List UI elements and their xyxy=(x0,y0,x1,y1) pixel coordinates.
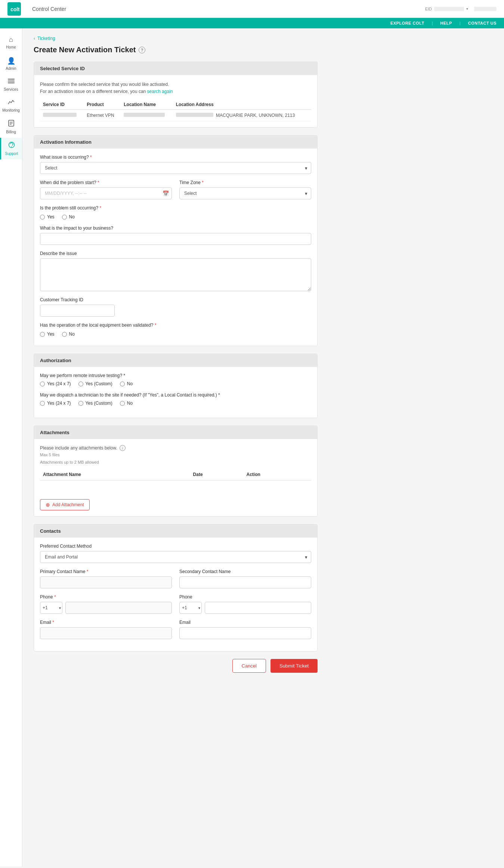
search-again-link[interactable]: search again xyxy=(147,89,173,94)
activation-info-header: Activation Information xyxy=(34,136,317,149)
calendar-icon[interactable]: 📅 xyxy=(163,190,169,196)
validated-yes-radio[interactable] xyxy=(40,332,45,337)
still-occurring-yes-radio[interactable] xyxy=(40,215,45,220)
still-occurring-no-radio[interactable] xyxy=(62,215,67,220)
eid-dropdown-icon[interactable]: ▾ xyxy=(466,7,468,11)
dispatch-group: May we dispatch a technician to the site… xyxy=(40,392,311,406)
validated-radio-group: Yes No xyxy=(40,332,311,337)
submit-button[interactable]: Submit Ticket xyxy=(270,659,318,673)
sidebar-label-admin: Admin xyxy=(6,66,16,71)
eid-label: EID xyxy=(425,7,432,11)
sidebar-item-billing[interactable]: Billing xyxy=(0,116,22,138)
timezone-select[interactable]: Select xyxy=(179,187,311,199)
product-cell: Ethernet VPN xyxy=(84,110,121,121)
dispatch-no-radio[interactable] xyxy=(120,401,125,406)
sidebar-item-support[interactable]: Support xyxy=(0,138,22,159)
impact-label: What is the impact to your business? xyxy=(40,225,311,231)
contact-us-link[interactable]: CONTACT US xyxy=(468,21,497,25)
sidebar-item-home[interactable]: ⌂ Home xyxy=(0,32,22,53)
sidebar-item-monitoring[interactable]: Monitoring xyxy=(0,95,22,116)
primary-phone-group: Phone * +1 xyxy=(40,594,172,614)
breadcrumb[interactable]: ‹ Ticketing xyxy=(34,36,318,41)
secondary-phone-input[interactable] xyxy=(205,602,311,614)
remote-yes247-radio[interactable] xyxy=(40,382,45,386)
primary-phone-code-select[interactable]: +1 xyxy=(40,602,62,614)
describe-group: Describe the issue xyxy=(40,251,311,291)
help-icon[interactable]: ? xyxy=(139,47,145,53)
issue-label: What issue is occurring? * xyxy=(40,155,311,160)
still-occurring-label: Is the problem still occurring? * xyxy=(40,205,311,211)
attach-max-files: Max 5 files xyxy=(40,452,311,457)
secondary-phone-code-select[interactable]: +1 xyxy=(179,602,202,614)
timezone-group: Time Zone * Select xyxy=(179,180,311,199)
secondary-name-label: Secondary Contact Name xyxy=(179,569,311,574)
remote-no-radio[interactable] xyxy=(120,382,125,386)
remote-no-label: No xyxy=(120,381,133,386)
add-attachment-label: Add Attachment xyxy=(52,502,84,507)
selected-service-body: Please confirm the selected service that… xyxy=(34,75,317,127)
problem-start-group: When did the problem start? * 📅 xyxy=(40,180,172,199)
explore-colt-link[interactable]: EXPLORE COLT xyxy=(390,21,424,25)
validated-label: Has the operation of the local equipment… xyxy=(40,323,311,328)
primary-name-input[interactable] xyxy=(40,576,172,588)
remote-yescustom-radio[interactable] xyxy=(78,382,83,386)
help-link[interactable]: HELP xyxy=(440,21,452,25)
cancel-button[interactable]: Cancel xyxy=(232,659,266,673)
eid-info: EID ▾ xyxy=(425,7,468,11)
describe-textarea[interactable] xyxy=(40,258,311,291)
primary-name-label: Primary Contact Name * xyxy=(40,569,172,574)
dispatch-yes247-radio[interactable] xyxy=(40,401,45,406)
secondary-email-input[interactable] xyxy=(179,627,311,639)
dispatch-no-label: No xyxy=(120,401,133,406)
describe-label: Describe the issue xyxy=(40,251,311,256)
svg-point-10 xyxy=(11,146,12,147)
problem-start-input[interactable] xyxy=(40,187,172,199)
secondary-phone-label: Phone xyxy=(179,594,311,600)
still-occurring-radio-group: Yes No xyxy=(40,214,311,220)
activation-info-body: What issue is occurring? * Select When d… xyxy=(34,149,317,346)
sidebar-label-home: Home xyxy=(6,45,16,49)
tracking-input[interactable] xyxy=(40,305,115,317)
service-id-cell xyxy=(40,110,84,121)
top-nav-right: EID ▾ xyxy=(425,7,497,11)
dispatch-radio-group: Yes (24 x 7) Yes (Custom) No xyxy=(40,401,311,406)
remote-testing-group: May we perform remote intrusive testing?… xyxy=(40,373,311,386)
still-occurring-no-label: No xyxy=(62,214,75,220)
secondary-name-input[interactable] xyxy=(179,576,311,588)
timezone-label: Time Zone * xyxy=(179,180,311,185)
activation-info-section: Activation Information What issue is occ… xyxy=(34,135,318,346)
email-row: Email * Email xyxy=(40,620,311,639)
impact-input[interactable] xyxy=(40,233,311,245)
attach-info: Please include any attachments below. i xyxy=(40,445,311,451)
issue-group: What issue is occurring? * Select xyxy=(40,155,311,174)
sidebar-label-support: Support xyxy=(5,152,18,156)
attach-col-action: Action xyxy=(244,469,312,480)
issue-select[interactable]: Select xyxy=(40,162,311,174)
logo[interactable]: colt xyxy=(7,2,25,16)
impact-group: What is the impact to your business? xyxy=(40,225,311,245)
breadcrumb-arrow: ‹ xyxy=(34,36,35,41)
attach-table: Attachment Name Date Action xyxy=(40,469,311,495)
primary-phone-input[interactable] xyxy=(65,602,172,614)
breadcrumb-parent[interactable]: Ticketing xyxy=(37,36,55,41)
secondary-phone-group: Phone +1 xyxy=(179,594,311,614)
contacts-section: Contacts Preferred Contact Method Email … xyxy=(34,524,318,651)
phone-row: Phone * +1 Phon xyxy=(40,594,311,614)
dispatch-yescustom-radio[interactable] xyxy=(78,401,83,406)
preferred-method-select[interactable]: Email and Portal Phone Email xyxy=(40,551,311,563)
contacts-body: Preferred Contact Method Email and Porta… xyxy=(34,538,317,651)
svg-rect-4 xyxy=(8,83,15,83)
location-name-cell xyxy=(121,110,173,121)
contacts-header: Contacts xyxy=(34,525,317,538)
primary-phone-label: Phone * xyxy=(40,594,172,600)
preferred-method-label: Preferred Contact Method xyxy=(40,544,311,549)
primary-phone-row: +1 xyxy=(40,602,172,614)
remote-radio-group: Yes (24 x 7) Yes (Custom) No xyxy=(40,381,311,386)
problem-start-required: * xyxy=(98,180,99,185)
validated-no-radio[interactable] xyxy=(62,332,67,337)
problem-start-label: When did the problem start? * xyxy=(40,180,172,185)
add-attachment-button[interactable]: ⊕ Add Attachment xyxy=(40,499,90,510)
sidebar-item-services[interactable]: Services xyxy=(0,74,22,95)
sidebar-item-admin[interactable]: 👤 Admin xyxy=(0,53,22,74)
primary-email-input[interactable] xyxy=(40,627,172,639)
